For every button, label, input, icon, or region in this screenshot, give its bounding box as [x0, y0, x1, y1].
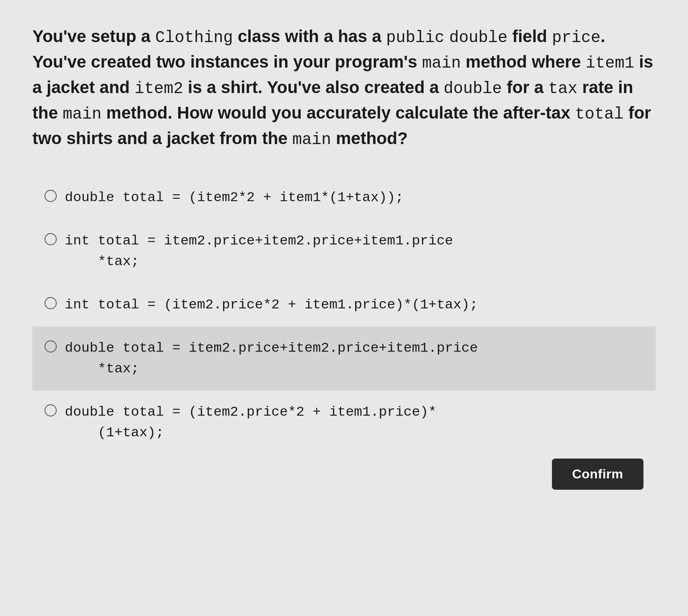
code-price: price [552, 29, 601, 47]
option-d-text: double total = item2.price+item2.price+i… [65, 338, 643, 379]
option-a-text: double total = (item2*2 + item1*(1+tax))… [65, 187, 643, 208]
radio-a [45, 190, 57, 202]
code-public: public [386, 29, 445, 47]
code-item1: item1 [586, 54, 634, 72]
option-c[interactable]: int total = (item2.price*2 + item1.price… [32, 283, 656, 327]
radio-c [45, 297, 57, 309]
main-container: You've setup a Clothing class with a has… [32, 24, 656, 490]
confirm-button[interactable]: Confirm [552, 459, 643, 490]
code-clothing: Clothing [155, 29, 233, 47]
radio-d [45, 340, 57, 353]
option-a[interactable]: double total = (item2*2 + item1*(1+tax))… [32, 176, 656, 219]
option-b-text: int total = item2.price+item2.price+item… [65, 231, 643, 272]
radio-e [45, 404, 57, 416]
option-e-text: double total = (item2.price*2 + item1.pr… [65, 402, 643, 443]
option-b[interactable]: int total = item2.price+item2.price+item… [32, 219, 656, 283]
radio-b [45, 233, 57, 245]
code-tax: tax [548, 80, 577, 98]
option-d[interactable]: double total = item2.price+item2.price+i… [32, 327, 656, 391]
code-main1: main [422, 54, 461, 72]
code-main3: main [292, 131, 331, 149]
code-double2: double [444, 80, 502, 98]
option-c-text: int total = (item2.price*2 + item1.price… [65, 295, 643, 315]
code-double1: double [449, 29, 507, 47]
code-total: total [575, 105, 624, 123]
code-item2: item2 [134, 80, 183, 98]
options-list: double total = (item2*2 + item1*(1+tax))… [32, 176, 656, 455]
question-text: You've setup a Clothing class with a has… [32, 24, 656, 152]
confirm-row: Confirm [32, 459, 656, 490]
option-e[interactable]: double total = (item2.price*2 + item1.pr… [32, 391, 656, 455]
code-main2: main [63, 105, 102, 123]
